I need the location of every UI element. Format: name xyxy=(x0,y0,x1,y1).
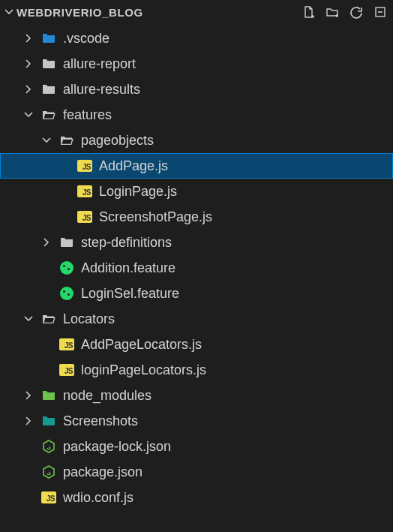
js-file-icon: JS xyxy=(76,183,93,200)
folder-icon xyxy=(40,56,57,72)
tree-label: LoginPage.js xyxy=(99,184,177,200)
chevron-right-icon xyxy=(22,389,34,401)
folder-open-icon xyxy=(58,132,75,149)
tree-item-step-definitions[interactable]: step-definitions xyxy=(0,230,393,255)
tree-item-allure-results[interactable]: allure-results xyxy=(0,77,393,102)
tree-label: ScreenshotPage.js xyxy=(99,209,212,225)
collapse-all-icon[interactable] xyxy=(374,5,387,19)
chevron-down-icon xyxy=(3,6,15,18)
explorer-header: WEBDRIVERIO_BLOG xyxy=(0,0,393,24)
tree-label: Locators xyxy=(63,311,115,327)
tree-label: node_modules xyxy=(63,388,152,404)
tree-item-package-json[interactable]: package.json xyxy=(0,459,393,485)
folder-icon xyxy=(58,234,75,251)
tree-item-features[interactable]: features xyxy=(0,102,393,128)
new-folder-icon[interactable] xyxy=(326,5,339,19)
js-file-icon: JS xyxy=(58,336,75,353)
explorer-title-wrap[interactable]: WEBDRIVERIO_BLOG xyxy=(3,6,302,19)
folder-icon xyxy=(40,81,57,98)
tree-label: pageobjects xyxy=(81,133,154,149)
js-file-icon: JS xyxy=(76,158,93,174)
tree-label: Screenshots xyxy=(63,413,138,429)
chevron-right-icon xyxy=(40,236,52,248)
nodejs-file-icon xyxy=(40,438,57,455)
folder-icon xyxy=(40,413,57,429)
chevron-down-icon xyxy=(22,109,34,121)
tree-label: LoginSel.feature xyxy=(81,286,179,302)
chevron-right-icon xyxy=(22,415,34,427)
tree-label: loginPageLocators.js xyxy=(81,362,206,378)
folder-open-icon xyxy=(40,311,57,327)
tree-label: package-lock.json xyxy=(63,439,171,455)
explorer-actions xyxy=(302,5,387,19)
tree-item-locators[interactable]: Locators xyxy=(0,306,393,332)
tree-item-allure-report[interactable]: allure-report xyxy=(0,51,393,77)
chevron-down-icon xyxy=(22,313,34,325)
tree-item-wdio-conf[interactable]: JS wdio.conf.js xyxy=(0,485,393,510)
tree-item-node-modules[interactable]: node_modules xyxy=(0,383,393,408)
folder-open-icon xyxy=(40,107,57,123)
tree-label: AddPageLocators.js xyxy=(81,337,202,353)
tree-label: wdio.conf.js xyxy=(63,490,134,506)
tree-item-package-lock[interactable]: package-lock.json xyxy=(0,434,393,459)
chevron-down-icon xyxy=(40,134,52,146)
chevron-right-icon xyxy=(22,58,34,70)
tree-item-loginsel-feature[interactable]: LoginSel.feature xyxy=(0,281,393,306)
file-tree: .vscode allure-report allure-results fea… xyxy=(0,24,393,510)
tree-label: allure-report xyxy=(63,56,136,72)
refresh-icon[interactable] xyxy=(350,5,363,19)
chevron-right-icon xyxy=(22,32,34,44)
js-file-icon: JS xyxy=(40,489,57,506)
explorer-title: WEBDRIVERIO_BLOG xyxy=(16,6,143,19)
tree-label: package.json xyxy=(63,464,142,480)
chevron-right-icon xyxy=(22,83,34,95)
tree-item-screenshots[interactable]: Screenshots xyxy=(0,408,393,434)
cucumber-file-icon xyxy=(58,285,75,302)
tree-item-addpage[interactable]: JS AddPage.js xyxy=(0,153,393,179)
folder-icon xyxy=(40,387,57,404)
tree-item-loginpage[interactable]: JS LoginPage.js xyxy=(0,179,393,204)
tree-label: AddPage.js xyxy=(99,158,168,174)
tree-label: allure-results xyxy=(63,82,140,98)
tree-label: step-definitions xyxy=(81,235,172,251)
folder-icon xyxy=(40,30,57,47)
js-file-icon: JS xyxy=(76,209,93,225)
tree-label: features xyxy=(63,107,112,123)
tree-item-pageobjects[interactable]: pageobjects xyxy=(0,128,393,153)
js-file-icon: JS xyxy=(58,362,75,378)
tree-label: .vscode xyxy=(63,31,110,47)
tree-item-addition-feature[interactable]: Addition.feature xyxy=(0,255,393,281)
tree-item-addpagelocators[interactable]: JS AddPageLocators.js xyxy=(0,332,393,357)
tree-item-loginpagelocators[interactable]: JS loginPageLocators.js xyxy=(0,357,393,383)
cucumber-file-icon xyxy=(58,260,75,276)
nodejs-file-icon xyxy=(40,464,57,480)
tree-item-screenshotpage[interactable]: JS ScreenshotPage.js xyxy=(0,204,393,230)
new-file-icon[interactable] xyxy=(302,5,315,19)
tree-item-vscode[interactable]: .vscode xyxy=(0,26,393,51)
tree-label: Addition.feature xyxy=(81,260,176,276)
